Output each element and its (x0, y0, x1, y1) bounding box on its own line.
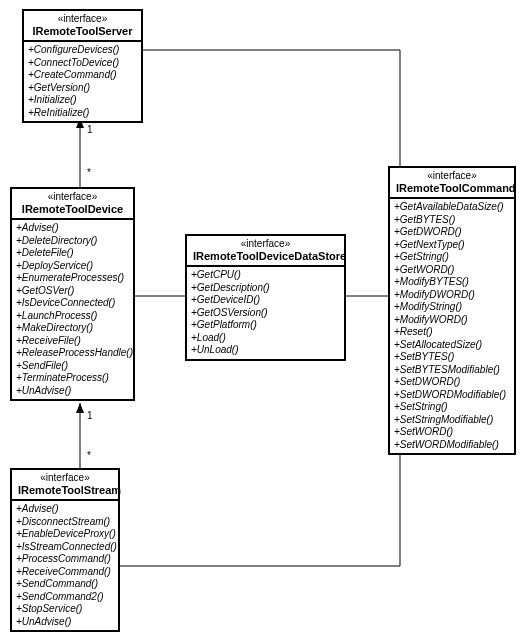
stereotype: «interface» (18, 472, 112, 484)
operation: +UnAdvise() (16, 385, 129, 398)
operation: +DeleteFile() (16, 247, 129, 260)
mult-server-one: 1 (87, 124, 93, 135)
stereotype: «interface» (396, 170, 508, 182)
operation: +ConfigureDevices() (28, 44, 137, 57)
operation: +GetCPU() (191, 269, 340, 282)
box-server-header: «interface» IRemoteToolServer (24, 11, 141, 42)
stereotype: «interface» (18, 191, 127, 203)
uml-canvas: 1 * 1 * «interface» IRemoteToolServer +C… (0, 0, 528, 636)
box-device: «interface» IRemoteToolDevice +Advise()+… (10, 187, 135, 401)
operation: +SetAllocatedSize() (394, 339, 510, 352)
interface-name: IRemoteToolServer (30, 25, 135, 38)
operation: +GetOSVer() (16, 285, 129, 298)
box-device-body: +Advise()+DeleteDirectory()+DeleteFile()… (12, 220, 133, 399)
operation: +GetOSVersion() (191, 307, 340, 320)
operation: +ConnectToDevice() (28, 57, 137, 70)
operation: +GetString() (394, 251, 510, 264)
operation: +Initialize() (28, 94, 137, 107)
operation: +GetNextType() (394, 239, 510, 252)
interface-name: IRemoteToolCommand (396, 182, 508, 195)
operation: +IsDeviceConnected() (16, 297, 129, 310)
operation: +SetWORDModifiable() (394, 439, 510, 452)
operation: +ModifyDWORD() (394, 289, 510, 302)
operation: +GetPlatform() (191, 319, 340, 332)
operation: +SetBYTES() (394, 351, 510, 364)
operation: +GetDWORD() (394, 226, 510, 239)
operation: +DisconnectStream() (16, 516, 114, 529)
box-server: «interface» IRemoteToolServer +Configure… (22, 9, 143, 123)
box-command-header: «interface» IRemoteToolCommand (390, 168, 514, 199)
operation: +ReceiveFile() (16, 335, 129, 348)
operation: +UnAdvise() (16, 616, 114, 629)
operation: +EnableDeviceProxy() (16, 528, 114, 541)
operation: +EnumerateProcesses() (16, 272, 129, 285)
box-datastore-header: «interface» IRemoteToolDeviceDataStore (187, 236, 344, 267)
operation: +IsStreamConnected() (16, 541, 114, 554)
operation: +Reset() (394, 326, 510, 339)
operation: +SendCommand() (16, 578, 114, 591)
operation: +ReleaseProcessHandle() (16, 347, 129, 360)
operation: +SetStringModifiable() (394, 414, 510, 427)
mult-server-many: * (87, 167, 91, 178)
mult-device-many: * (87, 450, 91, 461)
operation: +ReceiveCommand() (16, 566, 114, 579)
operation: +SetDWORDModifiable() (394, 389, 510, 402)
operation: +GetDescription() (191, 282, 340, 295)
box-datastore-body: +GetCPU()+GetDescription()+GetDeviceID()… (187, 267, 344, 359)
box-stream-header: «interface» IRemoteToolStream (12, 470, 118, 501)
operation: +Load() (191, 332, 340, 345)
operation: +Advise() (16, 222, 129, 235)
operation: +LaunchProcess() (16, 310, 129, 323)
stereotype: «interface» (193, 238, 338, 250)
operation: +MakeDirectory() (16, 322, 129, 335)
box-command-body: +GetAvailableDataSize()+GetBYTES()+GetDW… (390, 199, 514, 453)
operation: +ReInitialize() (28, 107, 137, 120)
box-stream-body: +Advise()+DisconnectStream()+EnableDevic… (12, 501, 118, 630)
operation: +GetAvailableDataSize() (394, 201, 510, 214)
operation: +ModifyString() (394, 301, 510, 314)
stereotype: «interface» (30, 13, 135, 25)
operation: +SetWORD() (394, 426, 510, 439)
operation: +ProcessCommand() (16, 553, 114, 566)
operation: +GetBYTES() (394, 214, 510, 227)
operation: +ModifyWORD() (394, 314, 510, 327)
operation: +GetWORD() (394, 264, 510, 277)
operation: +GetDeviceID() (191, 294, 340, 307)
box-datastore: «interface» IRemoteToolDeviceDataStore +… (185, 234, 346, 361)
interface-name: IRemoteToolStream (18, 484, 112, 497)
interface-name: IRemoteToolDevice (18, 203, 127, 216)
operation: +SendFile() (16, 360, 129, 373)
box-device-header: «interface» IRemoteToolDevice (12, 189, 133, 220)
operation: +ModifyBYTES() (394, 276, 510, 289)
box-stream: «interface» IRemoteToolStream +Advise()+… (10, 468, 120, 632)
operation: +CreateCommand() (28, 69, 137, 82)
operation: +SetBYTESModifiable() (394, 364, 510, 377)
operation: +StopService() (16, 603, 114, 616)
operation: +SetDWORD() (394, 376, 510, 389)
box-server-body: +ConfigureDevices()+ConnectToDevice()+Cr… (24, 42, 141, 121)
mult-device-one: 1 (87, 410, 93, 421)
box-command: «interface» IRemoteToolCommand +GetAvail… (388, 166, 516, 455)
operation: +TerminateProcess() (16, 372, 129, 385)
operation: +SetString() (394, 401, 510, 414)
svg-marker-1 (76, 403, 84, 413)
operation: +DeployService() (16, 260, 129, 273)
operation: +DeleteDirectory() (16, 235, 129, 248)
interface-name: IRemoteToolDeviceDataStore (193, 250, 338, 263)
operation: +GetVersion() (28, 82, 137, 95)
operation: +SendCommand2() (16, 591, 114, 604)
operation: +UnLoad() (191, 344, 340, 357)
operation: +Advise() (16, 503, 114, 516)
